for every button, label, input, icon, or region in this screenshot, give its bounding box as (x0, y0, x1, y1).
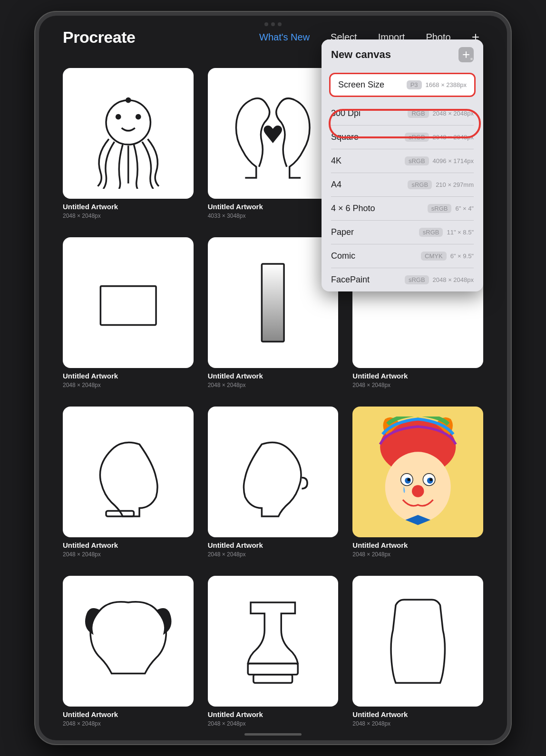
artwork-thumb-9 (63, 576, 194, 707)
camera-dot-3 (278, 22, 282, 26)
canvas-item-name-8: FacePaint (331, 275, 405, 285)
artwork-size-7: 2048 × 2048px (208, 551, 339, 558)
artwork-title-7: Untitled Artwork (208, 541, 339, 549)
artwork-thumb-7 (208, 407, 339, 537)
artwork-size-3: 2048 × 2048px (63, 382, 194, 388)
canvas-item-tag-5: sRGB (428, 204, 452, 213)
camera-dot-2 (271, 22, 275, 26)
canvas-item-name-5: 4 × 6 Photo (331, 204, 428, 213)
artwork-thumb-8 (352, 407, 483, 537)
canvas-item-6[interactable]: PapersRGB11" × 8.5" (322, 221, 483, 244)
artwork-thumb-11 (352, 576, 483, 707)
canvas-item-5[interactable]: 4 × 6 PhotosRGB6" × 4" (322, 197, 483, 220)
canvas-item-screen-size[interactable]: Screen Size P3 1668 × 2388px (329, 73, 476, 97)
svg-rect-17 (248, 663, 298, 674)
canvas-item-tag-4: sRGB (408, 180, 432, 189)
artwork-size-5: 2048 × 2048px (352, 382, 483, 388)
artwork-item-0[interactable]: Untitled Artwork 2048 × 2048px (63, 68, 194, 223)
svg-point-15 (412, 485, 424, 497)
canvas-item-tag-8: sRGB (405, 275, 429, 284)
artwork-thumb-10 (208, 576, 339, 707)
svg-point-16 (415, 517, 420, 523)
artwork-item-6[interactable]: Untitled Artwork 2048 × 2048px (63, 407, 194, 562)
artwork-item-4[interactable]: Untitled Artwork 2048 × 2048px (208, 237, 339, 392)
artwork-size-10: 2048 × 2048px (208, 720, 339, 727)
artwork-item-3[interactable]: Untitled Artwork 2048 × 2048px (63, 237, 194, 392)
canvas-item-dims-7: 6" × 9.5" (450, 252, 474, 260)
canvas-item-4[interactable]: A4sRGB210 × 297mm (322, 173, 483, 196)
artwork-item-8[interactable]: Untitled Artwork 2048 × 2048px (352, 407, 483, 562)
svg-point-14 (429, 478, 432, 481)
whats-new-button[interactable]: What's New (255, 30, 313, 45)
svg-rect-6 (106, 511, 134, 516)
app-title: Procreate (63, 28, 135, 47)
canvas-item-tag-1: RGB (408, 109, 429, 118)
canvas-item-tag-6: sRGB (419, 228, 443, 237)
canvas-item-tag-0: P3 (407, 80, 422, 89)
canvas-item-tag-2: sRGB (405, 133, 429, 142)
artwork-size-4: 2048 × 2048px (208, 382, 339, 388)
svg-rect-5 (262, 264, 284, 341)
new-canvas-popup: New canvas ≡ Screen Size P3 1668 × 2388p… (322, 39, 483, 291)
artwork-size-9: 2048 × 2048px (63, 720, 194, 727)
artwork-title-3: Untitled Artwork (63, 372, 194, 380)
artwork-size-8: 2048 × 2048px (352, 551, 483, 558)
canvas-item-dims-2: 2048 × 2048px (433, 134, 474, 141)
canvas-item-tag-7: CMYK (421, 252, 447, 261)
artwork-item-11[interactable]: Untitled Artwork 2048 × 2048px (352, 576, 483, 731)
artwork-thumb-1 (208, 68, 339, 199)
svg-point-0 (106, 100, 150, 144)
canvas-item-dims-5: 6" × 4" (455, 205, 474, 212)
artwork-item-7[interactable]: Untitled Artwork 2048 × 2048px (208, 407, 339, 562)
camera-bar (264, 22, 282, 26)
artwork-thumb-4 (208, 237, 339, 368)
artwork-size-6: 2048 × 2048px (63, 551, 194, 558)
popup-title: New canvas (331, 48, 391, 61)
artwork-title-9: Untitled Artwork (63, 710, 194, 718)
canvas-item-name-1: 300 Dpi (331, 108, 408, 118)
canvas-item-8[interactable]: FacePaintsRGB2048 × 2048px (322, 268, 483, 291)
canvas-item-7[interactable]: ComicCMYK6" × 9.5" (322, 244, 483, 268)
popup-add-button[interactable]: ≡ (458, 47, 474, 62)
artwork-thumb-6 (63, 407, 194, 537)
svg-rect-18 (254, 674, 292, 683)
canvas-item-dims-6: 11" × 8.5" (447, 229, 474, 236)
canvas-item-dims-4: 210 × 297mm (436, 181, 474, 188)
artwork-title-4: Untitled Artwork (208, 372, 339, 380)
artwork-title-11: Untitled Artwork (352, 710, 483, 718)
canvas-item-name-4: A4 (331, 180, 408, 190)
canvas-item-1[interactable]: 300 DpiRGB2048 × 2048px (322, 102, 483, 125)
artwork-title-6: Untitled Artwork (63, 541, 194, 549)
canvas-item-name-2: Square (331, 132, 405, 142)
artwork-item-1[interactable]: Untitled Artwork 4033 × 3048px (208, 68, 339, 223)
artwork-title-0: Untitled Artwork (63, 203, 194, 211)
canvas-item-name-6: Paper (331, 227, 419, 237)
canvas-item-3[interactable]: 4KsRGB4096 × 1714px (322, 149, 483, 173)
artwork-title-1: Untitled Artwork (208, 203, 339, 211)
artwork-size-0: 2048 × 2048px (63, 213, 194, 219)
canvas-item-name-7: Comic (331, 251, 421, 261)
artwork-title-8: Untitled Artwork (352, 541, 483, 549)
camera-dot (264, 22, 268, 26)
ipad-screen: Procreate What's New Select Import Photo… (39, 16, 507, 740)
svg-point-2 (135, 114, 141, 119)
artwork-size-11: 2048 × 2048px (352, 720, 483, 727)
artwork-item-9[interactable]: Untitled Artwork 2048 × 2048px (63, 576, 194, 731)
canvas-item-2[interactable]: SquaresRGB2048 × 2048px (322, 126, 483, 149)
svg-point-13 (407, 478, 410, 481)
artwork-title-10: Untitled Artwork (208, 710, 339, 718)
artwork-size-1: 4033 × 3048px (208, 213, 339, 219)
canvas-item-dims-1: 2048 × 2048px (433, 110, 474, 117)
svg-point-3 (125, 97, 131, 103)
svg-rect-20 (463, 54, 469, 55)
artwork-thumb-0 (63, 68, 194, 199)
popup-header: New canvas ≡ (322, 39, 483, 68)
canvas-item-name-0: Screen Size (338, 80, 407, 90)
artwork-item-10[interactable]: Untitled Artwork 2048 × 2048px (208, 576, 339, 731)
canvas-list: 300 DpiRGB2048 × 2048pxSquaresRGB2048 × … (322, 102, 483, 291)
canvas-item-dims-3: 4096 × 1714px (433, 157, 474, 165)
artwork-title-5: Untitled Artwork (352, 372, 483, 380)
home-indicator (244, 733, 302, 736)
canvas-item-tag-3: sRGB (405, 156, 429, 165)
canvas-item-name-3: 4K (331, 156, 405, 166)
